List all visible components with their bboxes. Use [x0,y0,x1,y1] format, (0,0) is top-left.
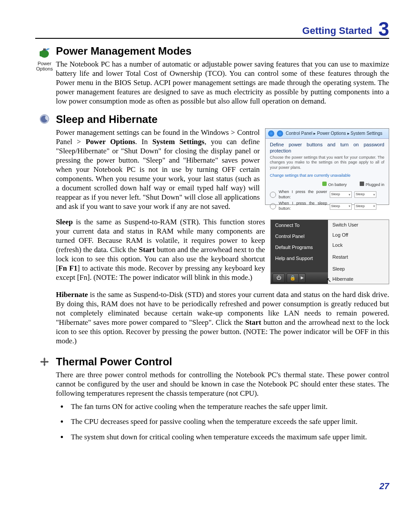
col-on-battery: On battery [322,182,346,188]
paragraph: The Notebook PC has a number of automati… [56,60,389,106]
menu-item: Sleep [328,264,389,274]
text-bold: Power Options [85,137,135,146]
text-bold: Start [245,318,261,327]
section-sleep-hibernate: Sleep and Hibernate Control Panel ▸ Powe… [35,113,389,346]
menu-item: Hibernate [328,274,389,284]
dropdown: Sleep [354,203,376,210]
cursor-icon: ↖ [326,276,332,284]
moon-icon [35,114,54,125]
paragraph: Hibernate is the same as Suspend-to-Disk… [56,290,389,346]
text-bold: Start [139,245,155,254]
text-bold: Sleep [56,218,73,226]
list-item: The fan turns ON for active cooling when… [68,402,389,412]
change-settings-link: Change settings that are currently unava… [270,173,384,178]
screenshot-power-options: Control Panel ▸ Power Options ▸ System S… [265,128,389,205]
dropdown: Sleep [354,191,376,198]
heading-power-management: Power Management Modes [56,45,389,57]
breadcrumb: Control Panel ▸ Power Options ▸ System S… [286,131,383,136]
dropdown: Sleep [330,203,352,210]
heading-thermal-power: Thermal Power Control [56,356,389,368]
paragraph: Control Panel ▸ Power Options ▸ System S… [56,128,389,212]
dialog-title: Define power buttons and turn on passwor… [270,141,384,154]
chevron-right-icon: ▶ [299,273,306,283]
dropdown: Sleep [330,191,352,198]
menu-item: Restart [328,252,389,262]
menu-item: Log Off [328,230,389,240]
dialog-subtitle: Choose the power settings that you want … [270,155,384,171]
section-power-management: Power Options Power Management Modes The… [35,45,389,106]
menu-item: Connect To [271,220,328,231]
svg-rect-1 [40,51,42,56]
paragraph: There are three power control methods fo… [56,371,389,398]
bullet-list: The fan turns ON for active cooling when… [56,402,389,442]
section-thermal-power: Thermal Power Control There are three po… [35,356,389,442]
text: , you can define "Sleep/Hibernate" or "S… [56,137,260,211]
sleep-button-icon [270,203,276,209]
chapter-number: 3 [379,19,389,39]
lock-icon: 🔒 [287,273,299,283]
menu-item: Switch User [328,220,389,230]
text: ] to activate this mode. Recover by pres… [56,264,265,282]
text-bold: Fn F1 [59,264,77,272]
row-label: When I press the power button: [279,189,327,200]
menu-item: Control Panel [271,231,328,242]
nav-back-icon [268,130,274,137]
menu-item: Help and Support [271,253,328,264]
text: . In [135,137,152,146]
screenshot-start-menu: Connect To Control Panel Default Program… [270,219,389,284]
power-button-icon [270,192,276,198]
fan-icon [35,357,54,368]
row-label: When I press the sleep button: [279,201,327,211]
section-name: Getting Started [302,25,372,37]
nav-fwd-icon [277,130,283,137]
icon-caption: Power Options [36,61,53,71]
paragraph: Connect To Control Panel Default Program… [56,218,389,284]
menu-item: Lock [328,240,389,250]
list-item: The system shut down for critical coolin… [68,432,389,442]
power-options-icon: Power Options [35,45,54,71]
svg-rect-2 [43,48,46,51]
text-bold: System Settings [152,137,205,146]
col-plugged-in: Plugged in [360,182,384,188]
running-header: Getting Started 3 [35,18,389,39]
power-icon: ⏻ [273,273,285,283]
menu-item: Default Programs [271,242,328,253]
text-bold: Hibernate [56,290,88,299]
list-item: The CPU decreases speed for passive cool… [68,417,389,427]
page-number: 27 [379,481,389,491]
heading-sleep-hibernate: Sleep and Hibernate [56,113,389,126]
